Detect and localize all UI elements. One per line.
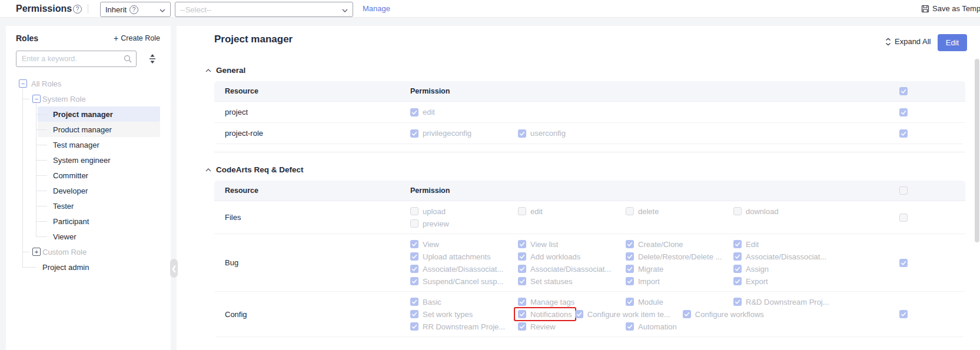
permission-checkbox[interactable] xyxy=(626,207,634,215)
permission-label: download xyxy=(746,207,779,216)
permission-checkbox[interactable] xyxy=(626,265,634,273)
inherit-help-icon[interactable]: ? xyxy=(129,5,138,14)
tree-item-all-roles[interactable]: −All Roles xyxy=(6,76,171,91)
section-select-all-checkbox[interactable] xyxy=(899,186,908,195)
roles-sidebar: Roles + Create Role −All Roles−System Ro… xyxy=(6,26,171,350)
permission-checkbox[interactable] xyxy=(410,219,418,228)
permission-checkbox[interactable] xyxy=(518,240,526,248)
minus-expander-icon[interactable]: − xyxy=(19,79,27,88)
permission-grid: uploadeditdeletedownloadpreview xyxy=(410,201,841,234)
row-select-checkbox[interactable] xyxy=(899,129,908,138)
permission-checkbox[interactable] xyxy=(733,277,742,285)
permission-label: Create/Clone xyxy=(638,240,683,249)
help-icon[interactable]: ? xyxy=(73,5,82,14)
tree-connector xyxy=(22,252,29,252)
row-select-checkbox[interactable] xyxy=(899,259,908,267)
tree-item-developer[interactable]: Developer xyxy=(6,183,171,198)
permission-checkbox[interactable] xyxy=(518,277,526,285)
permission-checkbox[interactable] xyxy=(626,252,634,261)
tree-connector xyxy=(36,206,47,206)
permission-checkbox[interactable] xyxy=(410,310,418,318)
permission-checkbox[interactable] xyxy=(518,252,526,261)
section-header-codearts-req-defect[interactable]: CodeArts Req & Defect xyxy=(205,165,965,174)
permission-checkbox[interactable] xyxy=(733,265,742,273)
tree-item-system-role[interactable]: −System Role xyxy=(6,91,171,106)
row-select-checkbox[interactable] xyxy=(899,310,908,318)
save-as-template-button[interactable]: Save as Templ xyxy=(921,4,980,13)
manage-link[interactable]: Manage xyxy=(363,4,390,13)
permission-checkbox[interactable] xyxy=(733,240,742,248)
tree-item-system-engineer[interactable]: System engineer xyxy=(6,152,171,168)
tree-item-participant[interactable]: Participant xyxy=(6,214,171,229)
tree-item-viewer[interactable]: Viewer xyxy=(6,229,171,244)
permission-checkbox[interactable] xyxy=(626,277,634,285)
permission-grid: privilegeconfiguserconfig xyxy=(410,124,626,144)
permission-checkbox[interactable] xyxy=(410,322,418,331)
permission-checkbox[interactable] xyxy=(626,322,634,331)
permission-checkbox[interactable] xyxy=(518,265,526,273)
resource-cell: Files xyxy=(214,201,410,234)
permission-checkbox[interactable] xyxy=(410,108,418,116)
permission-checkbox[interactable] xyxy=(410,265,418,273)
permission-checkbox[interactable] xyxy=(518,207,526,215)
permission-checkbox[interactable] xyxy=(518,310,526,318)
permission-checkbox[interactable] xyxy=(410,207,418,215)
expand-all-button[interactable]: Expand All xyxy=(885,37,931,46)
expand-collapse-tree-icon[interactable] xyxy=(146,52,159,65)
permission-label: Configure workflows xyxy=(695,310,764,319)
inherit-mode-select[interactable]: Inherit ? xyxy=(100,2,171,17)
permission-checkbox[interactable] xyxy=(733,252,742,261)
minus-expander-icon[interactable]: − xyxy=(32,95,41,103)
resource-name: project-role xyxy=(225,129,263,138)
permission-checkbox[interactable] xyxy=(410,129,418,138)
tree-item-label: Product manager xyxy=(53,125,112,134)
template-select[interactable]: --Select-- xyxy=(175,2,353,17)
permission-item: Configure work item te... xyxy=(575,308,683,320)
permission-item: View xyxy=(410,238,518,250)
permission-checkbox[interactable] xyxy=(733,207,742,215)
tree-connector xyxy=(36,160,47,161)
permission-item: Assign xyxy=(733,263,841,275)
resource-name: Config xyxy=(225,310,247,319)
permission-item: Associate/Disassociat... xyxy=(410,263,518,275)
tree-item-committer[interactable]: Committer xyxy=(6,168,171,183)
edit-button[interactable]: Edit xyxy=(938,34,967,51)
tree-item-label: Project admin xyxy=(42,263,89,272)
row-select-checkbox[interactable] xyxy=(899,214,908,222)
tree-item-product-manager[interactable]: Product manager xyxy=(6,122,171,137)
plus-expander-icon[interactable]: + xyxy=(32,248,41,256)
tree-item-custom-role[interactable]: +Custom Role xyxy=(6,244,171,259)
tree-connector xyxy=(36,145,47,145)
permission-checkbox[interactable] xyxy=(518,129,526,138)
highlighted-permission: Notifications xyxy=(515,308,575,320)
table-row: project-roleprivilegeconfiguserconfig xyxy=(214,123,965,144)
permission-checkbox[interactable] xyxy=(626,298,634,306)
role-search-input[interactable] xyxy=(16,51,137,67)
permission-checkbox[interactable] xyxy=(410,240,418,248)
selected-role-title: Project manager xyxy=(214,34,293,45)
tree-item-tester[interactable]: Tester xyxy=(6,198,171,214)
tree-item-project-manager[interactable]: Project manager xyxy=(6,106,171,122)
create-role-button[interactable]: + Create Role xyxy=(114,34,160,42)
tree-item-project-admin[interactable]: Project admin xyxy=(6,259,171,275)
permission-item: Upload attachments xyxy=(410,251,518,262)
row-checkbox-cell xyxy=(841,201,965,234)
permission-checkbox[interactable] xyxy=(410,298,418,306)
permission-cell: privilegeconfiguserconfig xyxy=(410,123,841,144)
permission-checkbox[interactable] xyxy=(410,252,418,261)
permission-checkbox[interactable] xyxy=(518,298,526,306)
permission-item: Associate/Disassociat... xyxy=(518,263,626,275)
permission-checkbox[interactable] xyxy=(733,298,742,306)
row-select-checkbox[interactable] xyxy=(899,108,908,116)
permission-checkbox[interactable] xyxy=(575,310,583,318)
vertical-scrollbar[interactable] xyxy=(975,59,979,242)
section-header-general[interactable]: General xyxy=(205,66,965,75)
permission-checkbox[interactable] xyxy=(683,310,691,318)
permission-checkbox[interactable] xyxy=(626,240,634,248)
tree-item-test-manager[interactable]: Test manager xyxy=(6,137,171,152)
collapse-sidebar-handle[interactable]: ❮ xyxy=(170,259,178,278)
permission-checkbox[interactable] xyxy=(410,277,418,285)
permission-checkbox[interactable] xyxy=(518,322,526,331)
section-select-all-checkbox[interactable] xyxy=(899,87,908,95)
table-row: ConfigBasicManage tagsModuleR&D Downstre… xyxy=(214,292,965,337)
